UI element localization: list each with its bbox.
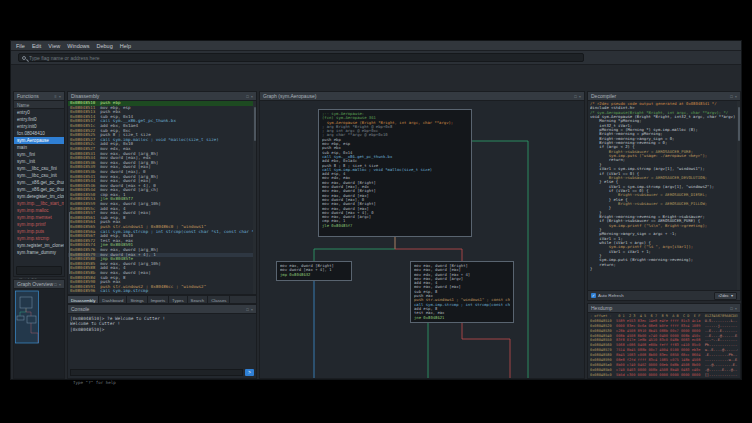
tab-types[interactable]: Types xyxy=(169,296,187,303)
function-item[interactable]: sym.deregister_tm_clones xyxy=(14,193,64,200)
function-item[interactable]: sym.__x86.get_pc_thunk.bx xyxy=(14,186,64,193)
instruction: sub esp, 8 xyxy=(100,276,125,280)
address: 0x08048565 xyxy=(70,225,100,229)
panel-menu-icon[interactable]: ≡ xyxy=(54,94,56,99)
instruction: jmp 0x80485fe xyxy=(100,257,133,261)
menu-item-windows[interactable]: Windows xyxy=(67,43,89,49)
close-icon[interactable]: × xyxy=(59,282,61,287)
hex-ascii: ......j......... xyxy=(705,324,738,328)
function-item[interactable]: sym.imp.printf xyxy=(14,221,64,228)
menu-item-help[interactable]: Help xyxy=(120,43,131,49)
jump-arrow-line xyxy=(69,212,70,274)
address: 0x08048511 xyxy=(70,106,100,110)
function-item[interactable]: sym.__libc_csu_init xyxy=(14,172,64,179)
undock-icon[interactable]: □ xyxy=(730,306,732,311)
instruction: mov eax, dword [eax] xyxy=(100,179,150,183)
graph-edge-back-edge-right xyxy=(472,141,528,378)
auto-refresh-toggle[interactable]: ✓ Auto Refresh xyxy=(591,293,624,298)
close-icon[interactable]: × xyxy=(735,94,737,99)
function-item[interactable]: entry.init0 xyxy=(14,123,64,130)
instruction: call sym.imp.strcmp ; int strcmp(const c… xyxy=(100,230,253,234)
tab-disassembly[interactable]: Disassembly xyxy=(68,296,99,303)
tab-strings[interactable]: Strings xyxy=(127,296,147,303)
graph-block-3[interactable]: mov eax, dword [Bright]mov eax, dword [e… xyxy=(410,261,514,323)
instruction: mov eax, dword [eax] xyxy=(100,271,150,275)
graph-block-1[interactable]: ;-- sym.Aeropause:(fcn) sym.Aeropause 36… xyxy=(318,109,472,237)
main-tab-bar: DisassemblyDashboardStringsImportsTypesS… xyxy=(67,295,257,304)
function-item[interactable]: sym.__x86.get_pc_thunk.ax xyxy=(14,179,64,186)
menu-item-debug[interactable]: Debug xyxy=(97,43,113,49)
instruction: add esp, 0x10 xyxy=(100,142,133,146)
instruction: mov dword [eax], edx xyxy=(100,156,150,160)
disassembly-line[interactable]: 0x08048596 call sym.imp.strcmp xyxy=(68,289,253,294)
function-item[interactable]: sym.imp.malloc xyxy=(14,207,64,214)
function-item[interactable]: sym.imp.puts xyxy=(14,228,64,235)
function-item[interactable]: entry.fini0 xyxy=(14,116,64,123)
address: 0x08048585 xyxy=(70,262,100,266)
instruction: call sym.__x86.get_pc_thunk.bx xyxy=(100,119,176,123)
close-icon[interactable]: × xyxy=(59,94,61,99)
function-item[interactable]: sym.imp.memset xyxy=(14,214,64,221)
function-item[interactable]: sym.register_tm_clones xyxy=(14,242,64,249)
console-prompt-input[interactable] xyxy=(71,380,242,385)
function-item[interactable]: sym.imp.strcmp xyxy=(14,235,64,242)
graph-panel-title: Graph (sym.Aeropause) xyxy=(263,93,316,99)
address: 0x08048522 xyxy=(70,129,100,133)
function-item[interactable]: main xyxy=(14,144,64,151)
undock-icon[interactable]: □ xyxy=(574,94,576,99)
close-icon[interactable]: × xyxy=(251,94,253,99)
function-item[interactable]: sym.frame_dummy xyxy=(14,249,64,256)
functions-panel: Functions ≡ × Name entry0entry.fini0entr… xyxy=(13,91,65,277)
menu-item-edit[interactable]: Edit xyxy=(32,43,41,49)
decompiler-scrollbar[interactable] xyxy=(737,101,740,290)
undock-icon[interactable]: □ xyxy=(246,307,248,312)
hex-offset: 0x08048580 xyxy=(590,353,616,357)
function-item[interactable]: entry0 xyxy=(14,109,64,116)
close-icon[interactable]: × xyxy=(735,306,737,311)
graph-instruction: jle 0x80485f7 xyxy=(322,224,468,228)
graph-overview-canvas[interactable] xyxy=(14,289,64,378)
address: 0x08048591 xyxy=(70,285,100,289)
checkbox-checked-icon[interactable]: ✓ xyxy=(591,293,596,298)
function-item[interactable]: fcn.08048410 xyxy=(14,130,64,137)
tab-dashboard[interactable]: Dashboard xyxy=(99,296,127,303)
scrollbar-thumb[interactable] xyxy=(738,107,740,141)
decompiler-engine-select[interactable]: r2dec ▾ xyxy=(714,292,737,300)
decompiler-code: /* r2dec pseudo code output generated at… xyxy=(588,101,737,290)
hex-bytes: 8b45 1083 c008 8b00 83ec 0850 68cc 8604 xyxy=(616,353,705,357)
decompiler-line[interactable]: } xyxy=(590,267,737,271)
graph-edge-b1-false xyxy=(395,237,462,261)
hex-bytes: c28b 4508 8910 8b45 088b 00c7 0000 0000 xyxy=(616,329,705,333)
instruction: mov edx, eax xyxy=(100,147,130,151)
seek-search-box[interactable] xyxy=(18,53,584,62)
graph-block-2[interactable]: mov eax, dword [Bright]mov dword [eax + … xyxy=(276,261,352,281)
function-item[interactable]: sym.Aeropause xyxy=(14,137,64,144)
undock-icon[interactable]: □ xyxy=(54,282,56,287)
console-send-button[interactable]: > xyxy=(245,369,254,376)
close-icon[interactable]: × xyxy=(579,94,581,99)
function-item[interactable]: sym._fini xyxy=(14,151,64,158)
hex-offset: 0x08048520 xyxy=(590,324,616,328)
menu-item-file[interactable]: File xyxy=(16,43,25,49)
close-icon[interactable]: × xyxy=(251,307,253,312)
function-item[interactable]: sym._init xyxy=(14,158,64,165)
hex-offset: 0x08048590 xyxy=(590,358,616,362)
scrollbar-thumb[interactable] xyxy=(254,107,256,141)
tab-search[interactable]: Search xyxy=(188,296,209,303)
undock-icon[interactable]: □ xyxy=(730,94,732,99)
function-item[interactable]: sym.__libc_csu_fini xyxy=(14,165,64,172)
overview-viewport[interactable] xyxy=(16,291,39,343)
hexdump-row[interactable]: 0x080485c0 5b5d c300 0000 0000 0000 0000… xyxy=(590,373,738,378)
tab-classes[interactable]: Classes xyxy=(208,296,230,303)
function-item[interactable]: sym.imp.__libc_start_main xyxy=(14,200,64,207)
search-input[interactable] xyxy=(29,55,580,61)
menu-item-view[interactable]: View xyxy=(48,43,60,49)
hex-bytes: 08e8 f2fd ffff 83c4 1085 c075 148b 4508 xyxy=(616,358,705,362)
functions-column-header[interactable]: Name xyxy=(14,101,64,109)
undock-icon[interactable]: □ xyxy=(246,94,248,99)
graph-canvas[interactable]: ;-- sym.Aeropause:(fcn) sym.Aeropause 36… xyxy=(260,101,584,378)
hex-ascii: U.S.........L... xyxy=(705,319,738,323)
hex-bytes: 83f8 017e 1e8b 4510 83c0 048b 0083 ec08 xyxy=(616,338,705,342)
tab-imports[interactable]: Imports xyxy=(148,296,169,303)
disassembly-scrollbar[interactable] xyxy=(253,101,256,294)
